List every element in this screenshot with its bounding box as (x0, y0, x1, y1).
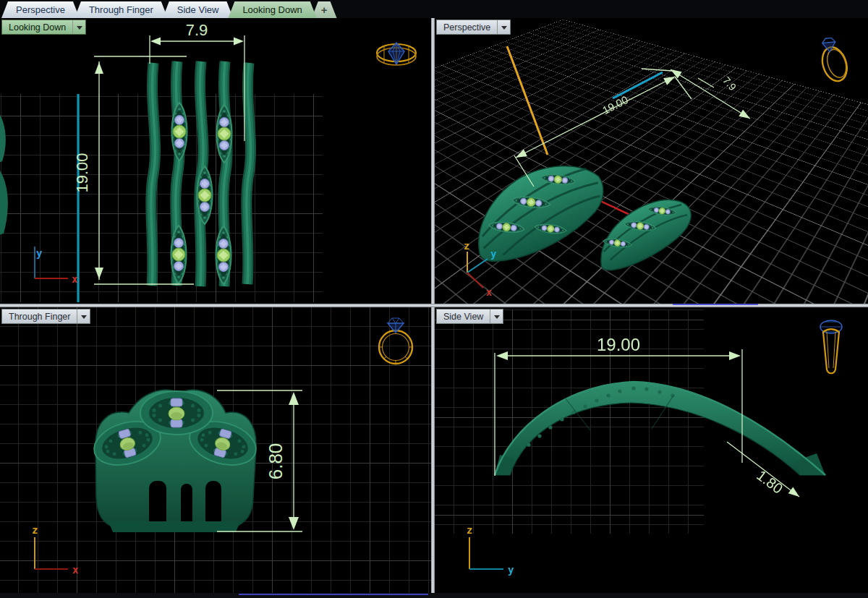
viewport-tab-bar: Perspective Through Finger Side View Loo… (0, 0, 868, 18)
dimension-value: 1.80 (754, 467, 786, 497)
tab-side-view[interactable]: Side View (163, 1, 234, 18)
selected-curve-segment-top[interactable] (673, 304, 758, 305)
viewport-title: Side View (437, 309, 490, 323)
tab-label: Perspective (16, 4, 65, 15)
y-axis-label: y (490, 248, 497, 260)
viewport-title-chip-looking-down[interactable]: Looking Down (1, 20, 86, 35)
tab-through-finger[interactable]: Through Finger (75, 1, 168, 18)
guide-line-orange[interactable] (507, 46, 548, 155)
tab-label: Side View (177, 4, 219, 15)
cad-application-window: Perspective Through Finger Side View Loo… (0, 0, 868, 598)
y-axis-label: y (36, 247, 43, 259)
view-orientation-ring-icon (379, 318, 412, 364)
ring-model-perspective-a[interactable] (459, 150, 617, 271)
cplane-axis-gnomon: z y (467, 524, 514, 576)
view-orientation-ring-icon (377, 43, 416, 65)
selected-curve-segment-bottom[interactable] (239, 594, 428, 595)
viewport-divider-vertical[interactable] (431, 18, 435, 598)
guide-line-cyan[interactable] (613, 72, 663, 98)
viewport-perspective[interactable]: 19.00 7.9 z y x (435, 18, 868, 304)
view-orientation-ring-icon (820, 320, 842, 373)
bottom-edge-strip (0, 593, 868, 598)
y-axis-label: y (508, 564, 514, 576)
z-axis-label: z (467, 524, 472, 536)
ring-band-model-top-view[interactable] (151, 61, 251, 286)
gem-cluster (140, 391, 213, 435)
partial-ring-model-left[interactable] (0, 112, 8, 235)
viewport-title: Perspective (437, 20, 497, 34)
viewport-side-view[interactable]: 19.00 1.80 z y (435, 307, 868, 593)
cplane-axis-gnomon: y x (35, 247, 78, 285)
x-axis-label: x (486, 286, 493, 298)
dimension-value: 19.00 (73, 153, 91, 192)
viewport-title-chip-through-finger[interactable]: Through Finger (1, 309, 90, 324)
chevron-down-icon (501, 26, 507, 33)
viewport-title-chip-side-view[interactable]: Side View (436, 309, 503, 324)
x-axis-label: x (72, 564, 79, 576)
viewport-menu-arrow[interactable] (497, 20, 510, 34)
view-orientation-ring-icon (815, 34, 851, 84)
tab-perspective[interactable]: Perspective (1, 1, 80, 18)
viewport-menu-arrow[interactable] (77, 309, 90, 323)
dimension-value: 7.9 (186, 21, 208, 39)
z-axis-label: z (32, 524, 38, 536)
viewport-menu-arrow[interactable] (72, 20, 85, 34)
ring-band-model-side-view[interactable] (495, 382, 825, 475)
viewport-looking-down[interactable]: 7.9 19.00 y x (0, 18, 431, 304)
dimension-value: 6.80 (265, 443, 286, 480)
tab-looking-down[interactable]: Looking Down (228, 1, 316, 18)
chevron-down-icon (81, 315, 87, 322)
dimension-value: 7.9 (720, 74, 739, 93)
dimension-value: 19.00 (597, 335, 640, 354)
cplane-axis-gnomon: z x (32, 524, 79, 576)
viewport-title: Looking Down (2, 20, 72, 34)
plus-icon: + (321, 4, 328, 16)
x-axis-label: x (72, 273, 78, 285)
tab-label: Through Finger (89, 4, 153, 15)
chevron-down-icon (494, 315, 500, 322)
ring-head-model-front-view[interactable] (89, 390, 261, 532)
z-axis-label: z (464, 240, 469, 252)
chevron-down-icon (77, 26, 82, 33)
tab-label: Looking Down (242, 4, 302, 15)
viewport-menu-arrow[interactable] (490, 309, 503, 323)
viewport-title-chip-perspective[interactable]: Perspective (436, 20, 511, 35)
viewport-title: Through Finger (2, 309, 77, 323)
viewport-through-finger[interactable]: 6.80 z x (0, 307, 431, 593)
